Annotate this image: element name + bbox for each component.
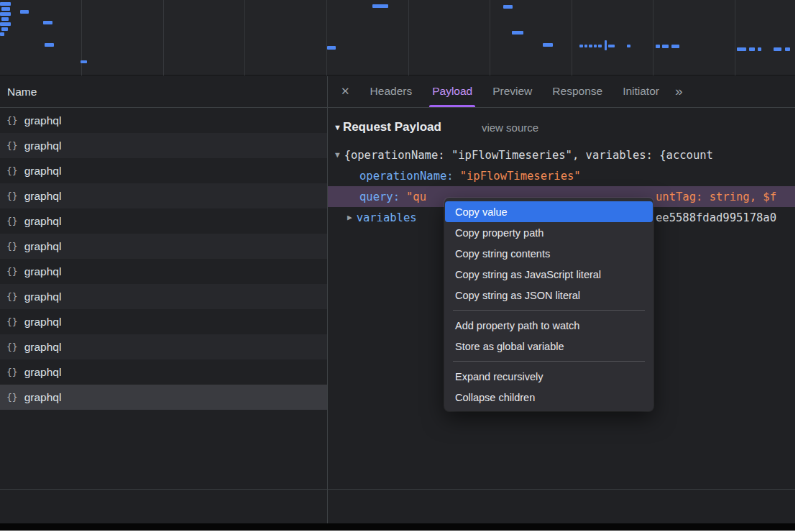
- detail-tab-bar: ✕ HeadersPayloadPreviewResponseInitiator…: [328, 75, 795, 108]
- json-braces-icon: {}: [6, 367, 18, 377]
- request-name: graphql: [24, 341, 62, 354]
- more-tabs-icon[interactable]: »: [675, 83, 683, 99]
- request-name: graphql: [24, 366, 62, 379]
- menu-item[interactable]: Collapse children: [445, 387, 653, 408]
- timeline-request-bar: [627, 45, 630, 47]
- request-row[interactable]: {}graphql: [0, 385, 327, 410]
- context-menu: Copy valueCopy property pathCopy string …: [444, 198, 653, 411]
- request-row[interactable]: {}graphql: [0, 259, 327, 284]
- timeline-request-bar: [0, 22, 11, 26]
- devtools-window: Name {}graphql{}graphql{}graphql{}graphq…: [0, 0, 795, 531]
- timeline-request-bar: [608, 45, 615, 47]
- request-row[interactable]: {}graphql: [0, 158, 327, 183]
- request-row[interactable]: {}graphql: [0, 183, 327, 208]
- timeline-request-bar: [512, 31, 523, 35]
- timeline-request-bar: [327, 46, 336, 50]
- tab-headers[interactable]: Headers: [360, 75, 423, 107]
- menu-item[interactable]: Copy property path: [445, 222, 653, 243]
- timeline-request-bar: [20, 10, 29, 14]
- timeline-request-bar: [589, 45, 592, 47]
- horizontal-divider: [0, 489, 795, 490]
- timeline-gridline: [408, 0, 409, 75]
- timeline-request-bar: [774, 47, 781, 51]
- panel-resize-divider[interactable]: [327, 76, 328, 523]
- collapse-triangle-icon[interactable]: ▼: [334, 123, 341, 132]
- timeline-request-bar: [45, 43, 54, 47]
- expand-triangle-icon[interactable]: ▶: [347, 213, 352, 222]
- timeline-request-bar: [584, 45, 587, 47]
- menu-item[interactable]: Store as global variable: [445, 336, 653, 357]
- timeline-request-bar: [594, 45, 597, 47]
- property-key: variables: [357, 211, 417, 224]
- timeline-request-bar: [656, 45, 660, 48]
- request-row[interactable]: {}graphql: [0, 359, 327, 385]
- network-overview-timeline[interactable]: [0, 0, 795, 75]
- network-request-panel: Name {}graphql{}graphql{}graphql{}graphq…: [0, 76, 327, 523]
- json-braces-icon: {}: [6, 341, 18, 352]
- timeline-gridline: [653, 0, 653, 75]
- menu-item[interactable]: Copy string contents: [445, 243, 653, 264]
- json-braces-icon: {}: [6, 115, 18, 126]
- timeline-request-bar: [785, 47, 790, 51]
- request-name: graphql: [24, 190, 62, 203]
- request-row[interactable]: {}graphql: [0, 309, 327, 334]
- timeline-request-bar: [605, 40, 607, 50]
- request-row[interactable]: {}graphql: [0, 234, 327, 259]
- timeline-gridline: [81, 0, 82, 75]
- json-braces-icon: {}: [6, 191, 18, 201]
- json-braces-icon: {}: [6, 241, 18, 252]
- close-icon[interactable]: ✕: [328, 85, 360, 98]
- property-key: query:: [359, 191, 400, 203]
- timeline-request-bar: [543, 43, 553, 47]
- timeline-request-bar: [1, 27, 8, 31]
- timeline-gridline: [490, 0, 490, 75]
- timeline-gridline: [326, 0, 327, 75]
- timeline-request-bar: [671, 45, 679, 48]
- timeline-gridline: [163, 0, 164, 75]
- property-key: operationName:: [359, 170, 454, 183]
- request-row[interactable]: {}graphql: [0, 108, 327, 133]
- json-braces-icon: {}: [6, 216, 18, 226]
- menu-item[interactable]: Copy value: [445, 201, 653, 222]
- request-row[interactable]: {}graphql: [0, 284, 327, 309]
- timeline-request-bar: [81, 60, 87, 63]
- request-row[interactable]: {}graphql: [0, 208, 327, 234]
- tab-response[interactable]: Response: [542, 75, 613, 107]
- timeline-request-bar: [503, 5, 513, 9]
- name-column-header[interactable]: Name: [0, 76, 327, 108]
- view-source-link[interactable]: view source: [482, 121, 538, 134]
- request-name: graphql: [24, 114, 62, 127]
- request-name: graphql: [24, 215, 62, 228]
- request-name: graphql: [24, 139, 62, 152]
- menu-item[interactable]: Expand recursively: [445, 366, 653, 387]
- tab-payload[interactable]: Payload: [422, 75, 482, 107]
- request-name: graphql: [24, 265, 62, 278]
- timeline-request-bar: [0, 12, 11, 16]
- request-payload-title: Request Payload: [343, 120, 441, 134]
- bottom-bar: [0, 523, 795, 531]
- timeline-request-bar: [0, 32, 4, 36]
- payload-root-row[interactable]: ▼{operationName: "ipFlowTimeseries", var…: [328, 145, 795, 165]
- menu-item[interactable]: Copy string as JSON literal: [445, 285, 653, 306]
- request-list: {}graphql{}graphql{}graphql{}graphql{}gr…: [0, 108, 327, 410]
- request-name: graphql: [24, 391, 62, 404]
- timeline-request-bar: [43, 21, 52, 24]
- root-preview-text: {operationName: "ipFlowTimeseries", vari…: [344, 149, 713, 162]
- timeline-gridline: [572, 0, 572, 75]
- request-row[interactable]: {}graphql: [0, 133, 327, 158]
- tab-initiator[interactable]: Initiator: [613, 75, 669, 107]
- menu-item[interactable]: Add property path to watch: [445, 315, 653, 336]
- timeline-request-bar: [758, 47, 761, 51]
- tab-preview[interactable]: Preview: [482, 75, 542, 107]
- json-braces-icon: {}: [6, 266, 18, 277]
- operation-name-row[interactable]: operationName:"ipFlowTimeseries": [328, 165, 795, 186]
- request-row[interactable]: {}graphql: [0, 334, 327, 359]
- menu-separator: [453, 361, 645, 362]
- menu-item[interactable]: Copy string as JavaScript literal: [445, 264, 653, 285]
- collapse-triangle-icon[interactable]: ▼: [335, 150, 340, 160]
- request-name: graphql: [24, 316, 62, 329]
- timeline-gridline: [735, 0, 735, 75]
- timeline-request-bar: [1, 17, 9, 21]
- property-value: "qu: [406, 191, 426, 203]
- timeline-gridline: [244, 0, 245, 75]
